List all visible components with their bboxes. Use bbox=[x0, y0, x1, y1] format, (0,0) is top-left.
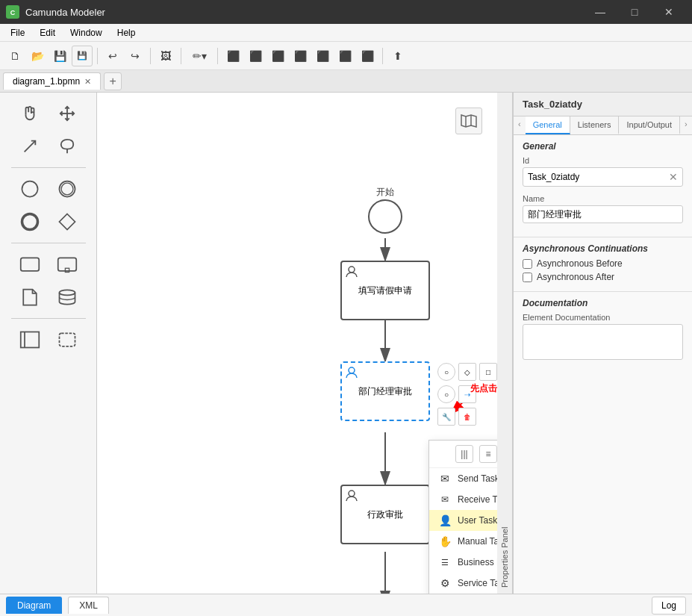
props-name-input[interactable] bbox=[528, 209, 678, 220]
save-button[interactable]: 💾 bbox=[49, 46, 70, 66]
ctx-item-receive-task-label: Receive Task bbox=[458, 494, 497, 505]
props-tab-back[interactable]: ‹ bbox=[514, 116, 526, 134]
save-as-button[interactable]: 💾 bbox=[72, 46, 93, 66]
ctx-item-send-task[interactable]: ✉ Send Task bbox=[429, 468, 497, 489]
ctx-list-icon[interactable]: ≡ bbox=[479, 445, 497, 463]
move-tool-button[interactable] bbox=[50, 99, 84, 128]
props-id-clear-button[interactable]: ✕ bbox=[669, 171, 678, 183]
maximize-button[interactable]: □ bbox=[617, 0, 652, 24]
menu-window[interactable]: Window bbox=[63, 26, 110, 40]
create-task-button[interactable] bbox=[13, 249, 47, 279]
distribute-v-button[interactable]: ⬛ bbox=[312, 46, 333, 66]
properties-panel-wrapper: Properties Panel Task_0ziatdy ‹ General … bbox=[497, 93, 692, 594]
context-menu: ||| ≡ ↺ ✉ Send Task ✉ Receive Task 👤 Use… bbox=[428, 440, 497, 594]
tabbar: diagram_1.bpmn ✕ + bbox=[0, 70, 692, 93]
svg-rect-15 bbox=[20, 332, 39, 348]
ctx-item-service-task-label: Service Task bbox=[458, 578, 497, 588]
draw-tool-button[interactable]: ✏▾ bbox=[186, 46, 213, 66]
morph-circle2-button[interactable]: ○ bbox=[437, 385, 455, 403]
task-dept-manager-label: 部门经理审批 bbox=[358, 385, 412, 398]
ctx-item-manual-task[interactable]: ✋ Manual Task bbox=[429, 531, 497, 552]
ctx-columns-icon[interactable]: ||| bbox=[455, 445, 473, 463]
delete-button[interactable]: 🗑 bbox=[458, 408, 476, 426]
properties-panel-sidebar-label[interactable]: Properties Panel bbox=[497, 93, 513, 594]
svg-rect-17 bbox=[59, 333, 75, 346]
props-doc-textarea[interactable] bbox=[523, 324, 683, 360]
left-toolbar-sep-3 bbox=[11, 318, 86, 319]
align-left-button[interactable]: ⬛ bbox=[222, 46, 243, 66]
morph-diamond-button[interactable]: ◇ bbox=[458, 363, 476, 381]
ctx-item-user-task-label: User Task bbox=[458, 515, 497, 526]
left-toolbar-row-4 bbox=[13, 207, 84, 237]
create-start-event-button[interactable] bbox=[13, 174, 47, 204]
lasso-tool-button[interactable] bbox=[50, 131, 84, 161]
menu-help[interactable]: Help bbox=[110, 26, 143, 40]
canvas[interactable]: 开始 填写请假申请 部门经理审批 ○ ◇ □ ○ ⇢ 🔧 🗑 先点击扳手 bbox=[97, 93, 497, 594]
props-async-before-checkbox[interactable] bbox=[523, 259, 532, 269]
props-id-field: Id ✕ bbox=[523, 156, 683, 187]
create-subprocess-button[interactable] bbox=[50, 249, 84, 279]
ctx-item-receive-task[interactable]: ✉ Receive Task bbox=[429, 489, 497, 510]
props-tab-forward[interactable]: › bbox=[680, 116, 692, 134]
task-admin[interactable]: 行政审批 bbox=[340, 485, 430, 544]
create-data-store-button[interactable] bbox=[50, 282, 84, 312]
morph-rect-button[interactable]: □ bbox=[479, 363, 497, 381]
props-tab-general[interactable]: General bbox=[526, 116, 570, 134]
ctx-item-user-task[interactable]: 👤 User Task bbox=[429, 510, 497, 531]
ctx-item-business-rule-task[interactable]: ☰ Business Rule Task bbox=[429, 552, 497, 573]
bottombar: Diagram XML Log bbox=[0, 594, 692, 616]
space-h-button[interactable]: ⬛ bbox=[334, 46, 355, 66]
wrench-button[interactable]: 🔧 bbox=[437, 408, 455, 426]
hand-tool-button[interactable] bbox=[13, 99, 47, 128]
align-center-button[interactable]: ⬛ bbox=[245, 46, 266, 66]
task-fill-form[interactable]: 填写请假申请 bbox=[340, 261, 430, 320]
svg-text:C: C bbox=[10, 9, 16, 16]
props-id-input[interactable] bbox=[528, 172, 669, 182]
menu-edit[interactable]: Edit bbox=[32, 26, 63, 40]
morph-circle-button[interactable]: ○ bbox=[437, 363, 455, 381]
create-group-button[interactable] bbox=[50, 325, 84, 355]
tab-label: diagram_1.bpmn bbox=[13, 76, 80, 87]
props-async-after-checkbox[interactable] bbox=[523, 273, 532, 282]
new-file-button[interactable]: 🗋 bbox=[4, 46, 25, 66]
bottom-tab-xml[interactable]: XML bbox=[68, 597, 109, 614]
undo-button[interactable]: ↩ bbox=[102, 46, 123, 66]
import-button[interactable]: 🖼 bbox=[155, 46, 176, 66]
space-v-button[interactable]: ⬛ bbox=[357, 46, 378, 66]
minimize-button[interactable]: — bbox=[583, 0, 617, 24]
create-pool-button[interactable] bbox=[13, 325, 47, 355]
deploy-button[interactable]: ⬆ bbox=[387, 46, 408, 66]
props-async-after-label: Asynchronous After bbox=[537, 272, 614, 282]
create-gateway-button[interactable] bbox=[50, 207, 84, 237]
left-toolbar-sep-1 bbox=[11, 167, 86, 168]
align-right-button[interactable]: ⬛ bbox=[267, 46, 288, 66]
new-tab-button[interactable]: + bbox=[104, 72, 122, 90]
redo-button[interactable]: ↪ bbox=[125, 46, 146, 66]
svg-marker-31 bbox=[461, 115, 476, 127]
task-dept-manager[interactable]: 部门经理审批 bbox=[340, 361, 430, 421]
props-tab-input-output[interactable]: Input/Output bbox=[619, 116, 680, 134]
tab-close-icon[interactable]: ✕ bbox=[84, 77, 91, 87]
create-intermediate-event-button[interactable] bbox=[50, 174, 84, 204]
props-doc-label: Element Documentation bbox=[523, 313, 683, 322]
menu-file[interactable]: File bbox=[3, 26, 32, 40]
ctx-item-service-task[interactable]: ⚙ Service Task bbox=[429, 573, 497, 594]
distribute-h-button[interactable]: ⬛ bbox=[290, 46, 311, 66]
create-end-event-button[interactable] bbox=[13, 207, 47, 237]
start-event[interactable] bbox=[366, 197, 405, 236]
tab-diagram1[interactable]: diagram_1.bpmn ✕ bbox=[3, 72, 101, 90]
left-toolbar-row-7 bbox=[13, 325, 84, 355]
left-toolbar bbox=[0, 93, 97, 594]
open-file-button[interactable]: 📂 bbox=[27, 46, 48, 66]
bottom-tab-diagram[interactable]: Diagram bbox=[6, 597, 62, 614]
quick-actions-3: 🔧 🗑 bbox=[437, 408, 476, 426]
left-toolbar-row-1 bbox=[13, 99, 84, 128]
props-tab-listeners[interactable]: Listeners bbox=[570, 116, 620, 134]
close-button[interactable]: ✕ bbox=[652, 0, 686, 24]
ctx-item-send-task-label: Send Task bbox=[458, 473, 497, 484]
log-button[interactable]: Log bbox=[652, 597, 686, 615]
create-note-button[interactable] bbox=[13, 282, 47, 312]
connect-tool-button[interactable] bbox=[13, 131, 47, 161]
minimap-button[interactable] bbox=[455, 108, 482, 134]
left-toolbar-row-2 bbox=[13, 131, 84, 161]
